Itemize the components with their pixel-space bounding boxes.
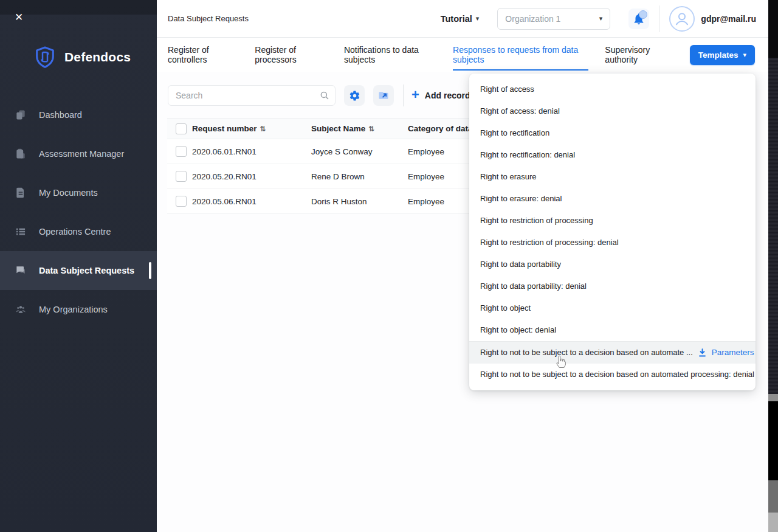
tab-notifications-to-data-subjects[interactable]: Notifications to data subjects xyxy=(344,40,436,71)
column-label: Request number xyxy=(192,124,257,133)
chevron-down-icon: ▾ xyxy=(743,52,746,58)
tab-responses-to-requests[interactable]: Responses to requests from data subjects xyxy=(453,40,588,71)
scrollbar-segment xyxy=(768,0,778,58)
tab-register-of-processors[interactable]: Register of processors xyxy=(255,40,328,71)
clipboard-icon xyxy=(15,148,27,160)
toolbar-divider xyxy=(403,85,404,106)
column-label: Subject Name xyxy=(311,124,365,133)
tab-register-of-controllers[interactable]: Register of controllers xyxy=(168,40,238,71)
scrollbar-segment xyxy=(768,394,778,401)
sidebar-item-assessment-manager[interactable]: Assessment Manager xyxy=(0,134,157,173)
row-checkbox[interactable] xyxy=(176,196,187,207)
menu-item-right-automated-decision-denial[interactable]: Right to not to be subject to a decision… xyxy=(469,364,756,385)
menu-item-right-to-data-portability-denial[interactable]: Right to data portability: denial xyxy=(469,275,756,297)
scrollbar-segment xyxy=(768,513,778,532)
search-icon xyxy=(319,90,330,101)
search-input[interactable] xyxy=(168,85,336,106)
parameters-link[interactable]: Parameters xyxy=(712,342,754,364)
menu-item-right-to-restriction[interactable]: Right to restriction of processing xyxy=(469,210,756,232)
row-checkbox[interactable] xyxy=(176,146,187,157)
sort-icon[interactable]: ⇅ xyxy=(368,125,374,133)
cell-request-number: 2020.06.01.RN01 xyxy=(192,147,311,156)
sidebar-item-dashboard[interactable]: Dashboard xyxy=(0,95,157,134)
menu-item-right-to-erasure[interactable]: Right to erasure xyxy=(469,166,756,188)
brand: Defendocs xyxy=(33,45,131,69)
menu-item-right-to-rectification-denial[interactable]: Right to rectification: denial xyxy=(469,144,756,166)
menu-item-right-of-access[interactable]: Right of access xyxy=(469,78,756,100)
organization-select[interactable]: Organization 1 ▾ xyxy=(497,8,610,30)
scrollbar-segment xyxy=(768,480,778,513)
templates-button[interactable]: Templates ▾ xyxy=(690,45,755,65)
brand-name: Defendocs xyxy=(64,50,131,64)
document-icon xyxy=(15,187,27,199)
menu-item-right-to-erasure-denial[interactable]: Right to erasure: denial xyxy=(469,188,756,210)
notifications-button[interactable] xyxy=(628,9,649,29)
add-record-label: Add record xyxy=(425,91,470,100)
people-icon xyxy=(15,303,27,316)
scrollbar-thumb[interactable] xyxy=(768,58,778,394)
sidebar-item-label: Data Subject Requests xyxy=(39,266,134,275)
sidebar-item-label: Operations Centre xyxy=(39,227,111,237)
scrollbar-segment xyxy=(768,401,778,480)
menu-item-right-to-restriction-denial[interactable]: Right to restriction of processing: deni… xyxy=(469,232,756,254)
menu-item-right-automated-decision[interactable]: Right to not to be subject to a decision… xyxy=(469,341,756,364)
add-record-button[interactable]: + Add record xyxy=(411,89,470,102)
menu-item-right-to-object-denial[interactable]: Right to object: denial xyxy=(469,319,756,341)
sidebar-item-my-organizations[interactable]: My Organizations xyxy=(0,290,157,329)
sidebar-item-label: My Documents xyxy=(39,188,98,198)
menu-item-label: Right to not to be subject to a decision… xyxy=(480,342,693,364)
header-divider xyxy=(659,5,659,32)
plus-icon: + xyxy=(411,88,419,102)
organization-value: Organization 1 xyxy=(505,14,560,24)
cell-subject-name: Joyce S Conway xyxy=(311,147,408,156)
search-box xyxy=(168,85,336,106)
tutorial-label: Tutorial xyxy=(441,14,472,24)
templates-menu: Right of access Right of access: denial … xyxy=(469,74,756,390)
column-request-number[interactable]: Request number ⇅ xyxy=(192,124,311,133)
tutorial-dropdown[interactable]: Tutorial ▾ xyxy=(441,14,480,24)
gear-icon xyxy=(349,90,360,102)
chevron-down-icon: ▾ xyxy=(476,15,480,22)
notification-badge xyxy=(639,10,647,19)
select-all-checkbox[interactable] xyxy=(176,123,187,134)
export-button[interactable] xyxy=(373,85,394,106)
chevron-down-icon: ▾ xyxy=(599,15,603,22)
download-icon[interactable] xyxy=(697,348,707,358)
sidebar-item-label: My Organizations xyxy=(39,305,108,314)
page-title: Data Subject Requests xyxy=(168,14,249,23)
scrollbar[interactable] xyxy=(768,0,778,532)
menu-item-right-to-rectification[interactable]: Right to rectification xyxy=(469,122,756,144)
sidebar-menu: Dashboard Assessment Manager My Document… xyxy=(0,95,157,329)
sidebar-item-operations-centre[interactable]: Operations Centre xyxy=(0,212,157,251)
tab-bar: Register of controllers Register of proc… xyxy=(157,38,768,72)
templates-button-label: Templates xyxy=(698,50,738,60)
cell-request-number: 2020.05.20.RN01 xyxy=(192,172,311,181)
avatar[interactable] xyxy=(669,6,695,32)
sidebar-item-data-subject-requests[interactable]: Data Subject Requests xyxy=(0,251,157,290)
cell-subject-name: Doris R Huston xyxy=(311,197,408,206)
sidebar-item-my-documents[interactable]: My Documents xyxy=(0,173,157,212)
chat-icon xyxy=(15,264,27,277)
menu-item-right-of-access-denial[interactable]: Right of access: denial xyxy=(469,100,756,122)
defendocs-logo-icon xyxy=(33,45,57,69)
sidebar-top-strip xyxy=(0,0,157,15)
sidebar: ✕ Defendocs Dashboard xyxy=(0,0,157,532)
cell-request-number: 2020.05.06.RN01 xyxy=(192,197,311,206)
row-checkbox[interactable] xyxy=(176,171,187,182)
menu-item-right-to-data-portability[interactable]: Right to data portability xyxy=(469,254,756,275)
cell-subject-name: Rene D Brown xyxy=(311,172,408,181)
settings-button[interactable] xyxy=(344,85,365,106)
close-icon[interactable]: ✕ xyxy=(15,12,23,22)
list-icon xyxy=(15,226,27,238)
column-subject-name[interactable]: Subject Name ⇅ xyxy=(311,124,408,133)
dashboard-icon xyxy=(15,109,27,121)
sort-icon[interactable]: ⇅ xyxy=(260,125,266,133)
export-folder-icon xyxy=(377,89,390,102)
sidebar-item-label: Dashboard xyxy=(39,110,82,120)
tab-supervisory-authority[interactable]: Supervisory authority xyxy=(605,40,673,71)
top-header: Data Subject Requests Tutorial ▾ Organiz… xyxy=(157,0,768,38)
sidebar-item-label: Assessment Manager xyxy=(39,149,124,159)
user-email: gdpr@mail.ru xyxy=(701,14,756,24)
menu-item-right-to-object[interactable]: Right to object xyxy=(469,297,756,319)
